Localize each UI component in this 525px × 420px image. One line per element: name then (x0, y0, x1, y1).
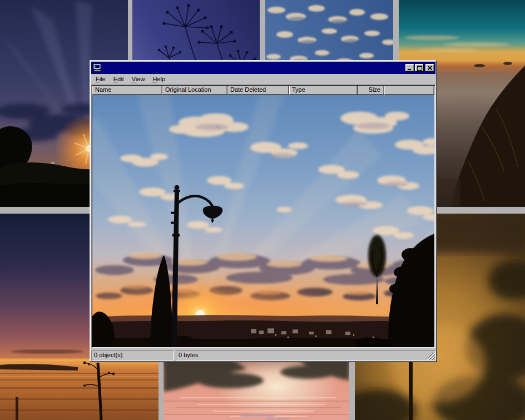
desktop: { "window": { "title": "", "icon": "comp… (0, 0, 525, 420)
column-header-name[interactable]: Name (92, 86, 162, 95)
maximize-icon (417, 66, 422, 71)
list-area-empty[interactable] (92, 95, 434, 347)
close-button[interactable] (425, 64, 434, 72)
column-headers: Name Original Location Date Deleted Type… (92, 86, 434, 95)
column-header-size[interactable]: Size (358, 86, 384, 95)
column-header-filler (384, 86, 434, 95)
column-header-original-location[interactable]: Original Location (162, 86, 227, 95)
menu-view[interactable]: View (128, 75, 149, 84)
minimize-icon (408, 66, 412, 71)
maximize-button[interactable] (415, 64, 424, 72)
list-view: Name Original Location Date Deleted Type… (91, 85, 435, 348)
recycle-bin-window: File Edit View Help Name Original Locati… (90, 60, 437, 362)
menu-help[interactable]: Help (148, 75, 169, 84)
status-byte-count: 0 bytes (176, 350, 435, 360)
menu-file[interactable]: File (92, 75, 110, 84)
photo-street-lamp-sunset (92, 95, 434, 347)
status-bar: 0 object(s) 0 bytes (91, 349, 435, 360)
resize-grip[interactable] (428, 353, 435, 360)
menu-bar: File Edit View Help (91, 74, 435, 85)
close-icon (428, 66, 432, 70)
status-object-count: 0 object(s) (91, 350, 174, 360)
column-header-date-deleted[interactable]: Date Deleted (227, 86, 289, 95)
computer-icon[interactable] (93, 63, 102, 72)
menu-edit[interactable]: Edit (110, 75, 128, 84)
title-bar[interactable] (91, 62, 435, 74)
minimize-button[interactable] (405, 64, 414, 72)
column-header-type[interactable]: Type (289, 86, 358, 95)
